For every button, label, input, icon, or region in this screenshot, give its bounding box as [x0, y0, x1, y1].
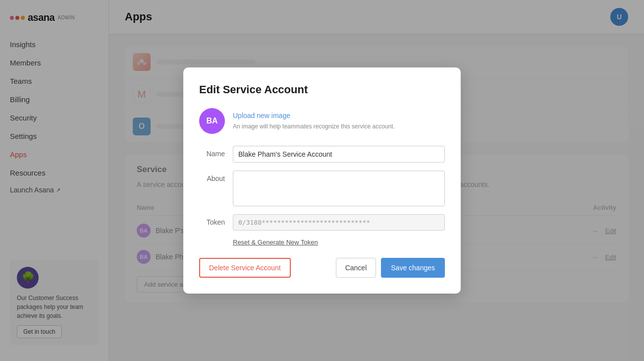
delete-service-account-button[interactable]: Delete Service Account [199, 258, 291, 278]
about-textarea[interactable] [233, 171, 445, 206]
upload-image-link[interactable]: Upload new image [233, 112, 395, 120]
modal-title: Edit Service Account [199, 83, 445, 96]
about-form-row: About [199, 171, 445, 206]
edit-service-account-modal: Edit Service Account BA Upload new image… [183, 67, 461, 294]
name-label: Name [199, 146, 225, 158]
name-input[interactable] [233, 146, 445, 163]
name-form-row: Name [199, 146, 445, 163]
avatar-upload-info: Upload new image An image will help team… [233, 112, 395, 130]
modal-avatar: BA [199, 108, 225, 134]
about-label: About [199, 171, 225, 182]
token-input [233, 214, 445, 231]
token-form-row: Token [199, 214, 445, 231]
modal-avatar-row: BA Upload new image An image will help t… [199, 108, 445, 134]
token-label: Token [199, 214, 225, 226]
modal-actions: Delete Service Account Cancel Save chang… [199, 258, 445, 278]
modal-action-right: Cancel Save changes [336, 258, 445, 278]
modal-overlay[interactable]: Edit Service Account BA Upload new image… [0, 0, 644, 361]
reset-token-link[interactable]: Reset & Generate New Token [233, 239, 445, 246]
save-changes-button[interactable]: Save changes [381, 258, 445, 278]
upload-hint: An image will help teammates recognize t… [233, 123, 395, 130]
cancel-button[interactable]: Cancel [336, 258, 376, 278]
